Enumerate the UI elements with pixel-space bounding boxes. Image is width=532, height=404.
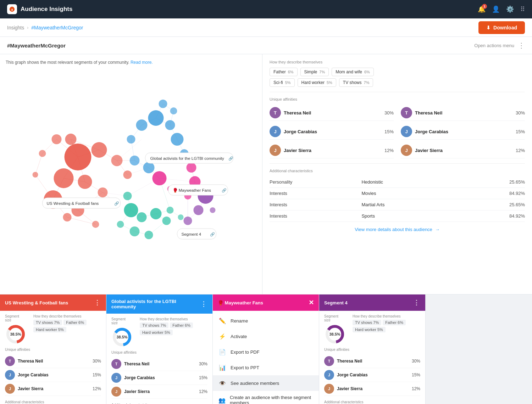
svg-point-64 xyxy=(98,187,108,197)
segment-size-label-l: Segment size xyxy=(111,317,133,325)
card-affinity-pct-jorge-l: 15% xyxy=(199,375,207,380)
tag-father-s4: Father 6% xyxy=(383,320,406,325)
card-affinities-s4: T Theresa Neil 30% J Jorge Carabias 15% … xyxy=(324,354,420,396)
segment-label-4[interactable]: Segment 4 🔗 xyxy=(177,229,216,239)
card-title-wrestling: US Wrestling & Football fans xyxy=(5,300,68,305)
tag-simple: Simple 7% xyxy=(300,68,329,76)
context-menu-export-ppt[interactable]: 📊 Export to PPT xyxy=(213,360,319,375)
context-menu-activate-label: Activate xyxy=(231,334,247,339)
affinity-javier-2: J Javier Sierra 12% xyxy=(401,142,525,158)
card-avatar-theresa-w: T xyxy=(5,356,15,366)
svg-point-94 xyxy=(145,231,153,239)
card-menu-segment4[interactable]: ⋮ xyxy=(413,299,420,307)
card-affinity-jorge-l: J Jorge Carabias 15% xyxy=(111,371,207,385)
svg-point-79 xyxy=(170,107,177,114)
svg-point-78 xyxy=(159,100,167,108)
svg-point-73 xyxy=(148,110,164,126)
card-meta-segment4: Segment size 38.5% How they describe the… xyxy=(324,314,420,345)
page-actions[interactable]: Open actions menu ⋮ xyxy=(474,41,525,50)
download-button[interactable]: ⬇ Download xyxy=(478,21,525,34)
profile-icon[interactable]: 👤 xyxy=(492,5,500,13)
notifications-icon[interactable]: 🔔 1 xyxy=(478,5,486,13)
card-tags-wrestling: TV shows 7% Father 6% Hard worker 5% xyxy=(33,320,101,332)
context-menu-rename-label: Rename xyxy=(231,318,248,324)
describe-col-s4: How they describe themselves TV shows 7%… xyxy=(353,314,420,345)
context-menu-activate[interactable]: ⚡ Activate xyxy=(213,329,319,344)
svg-point-77 xyxy=(127,135,135,144)
segment-size-col-l: Segment size 38.5% xyxy=(111,317,133,348)
card-affinity-theresa-l: T Theresa Neil 30% xyxy=(111,357,207,371)
context-menu-rename[interactable]: ✏️ Rename xyxy=(213,313,319,329)
card-affinity-jorge-w: J Jorge Carabias 15% xyxy=(5,368,101,382)
more-options-icon[interactable]: ⋮ xyxy=(518,41,525,50)
segment-label-mayweather[interactable]: 🥊 Mayweather Fans 🔗 xyxy=(168,185,228,195)
card-affinity-javier-w: J Javier Sierra 12% xyxy=(5,382,101,396)
svg-point-68 xyxy=(39,150,46,157)
card-title-lgtbi: Global activists for the LGTBI community xyxy=(111,299,200,309)
card-affinity-pct-javier-l: 12% xyxy=(199,389,207,394)
context-menu-export-pdf[interactable]: 📄 Export to PDF xyxy=(213,344,319,360)
context-menu-export-pdf-label: Export to PDF xyxy=(231,349,260,355)
avatar-theresa-2: T xyxy=(401,107,412,118)
tag-tv-shows-s4: TV shows 7% xyxy=(353,320,381,325)
app-logo[interactable]: a xyxy=(7,4,17,14)
card-affinity-theresa-s4: T Theresa Neil 30% xyxy=(324,354,420,368)
unique-affinities-label: Unique affinities xyxy=(270,97,525,101)
card-affinity-pct-theresa-l: 30% xyxy=(199,361,207,366)
context-menu-create-audience[interactable]: 👥 Create an audience with these segment … xyxy=(213,391,319,404)
tag-scifi: Sci-fi 5% xyxy=(270,78,295,87)
avatar-javier-2: J xyxy=(401,145,412,156)
arrow-right-icon: → xyxy=(435,227,440,232)
open-actions-label: Open actions menu xyxy=(474,43,514,48)
context-menu-close[interactable]: ✕ xyxy=(309,299,314,307)
svg-point-61 xyxy=(65,134,77,145)
grid-icon[interactable]: ⠿ xyxy=(520,5,525,13)
char-sports: Interests Sports 84.92% xyxy=(270,211,525,222)
settings-icon[interactable]: ⚙️ xyxy=(506,5,514,13)
tag-tv-shows: TV shows 7% xyxy=(339,78,373,87)
tag-hard-worker-l: Hard worker 5% xyxy=(140,330,173,335)
description-tags: Father 6% Simple 7% Mom and wife 6% xyxy=(270,68,525,76)
svg-point-90 xyxy=(150,208,162,219)
card-affinities-wrestling: T Theresa Neil 30% J Jorge Carabias 15% … xyxy=(5,354,101,396)
context-menu-see-members[interactable]: 👁️ See audience members xyxy=(213,375,319,391)
card-avatar-theresa-s4: T xyxy=(324,356,334,366)
svg-point-81 xyxy=(143,162,155,173)
read-more-link[interactable]: Read more. xyxy=(131,60,153,65)
affinity-jorge-2: J Jorge Carabias 15% xyxy=(401,124,525,140)
card-affinity-name-javier-w: Javier Sierra xyxy=(18,386,90,391)
page-header: #MayweatherMcGregor Open actions menu ⋮ xyxy=(0,37,532,54)
card-menu-wrestling[interactable]: ⋮ xyxy=(94,299,101,307)
notification-badge: 1 xyxy=(482,4,487,9)
view-more-link[interactable]: View more details about this audience → xyxy=(270,222,525,234)
tag-father-w: Father 6% xyxy=(63,320,87,325)
donut-label-wrestling: 38.5% xyxy=(10,332,21,336)
describe-label-lgtbi: How they describe themselves xyxy=(140,317,207,321)
svg-point-91 xyxy=(162,217,171,225)
card-affinity-name-theresa-w: Theresa Neil xyxy=(18,359,90,364)
svg-point-69 xyxy=(33,172,38,178)
char-pct-4: 84.92% xyxy=(467,211,525,222)
card-meta-wrestling: Segment size 38.5% How they describe the… xyxy=(5,314,101,345)
breadcrumb-insights[interactable]: Insights xyxy=(7,25,24,30)
breadcrumb-separator: › xyxy=(27,25,28,30)
card-affinity-pct-theresa-s4: 30% xyxy=(412,359,420,364)
char-key-4: Interests xyxy=(270,211,354,222)
describe-label-s4: How they describe themselves xyxy=(353,314,420,318)
affinity-pct-javier-2: 12% xyxy=(516,148,525,153)
top-navigation: a Audience Insights 🔔 1 👤 ⚙️ ⠿ xyxy=(0,0,532,18)
breadcrumb-current[interactable]: #MayweatherMcGregor xyxy=(31,25,83,30)
svg-text:🔗: 🔗 xyxy=(114,201,119,206)
affinity-name-javier-2: Javier Sierra xyxy=(415,148,513,153)
card-menu-lgtbi[interactable]: ⋮ xyxy=(200,300,207,308)
svg-point-89 xyxy=(137,212,147,222)
card-avatar-theresa-l: T xyxy=(111,359,121,369)
segment-label-lgtbi[interactable]: Global activists for the LGTBI community… xyxy=(145,153,233,163)
char-martial: Interests Martial Arts 25.65% xyxy=(270,199,525,211)
activate-icon: ⚡ xyxy=(218,332,226,340)
export-pdf-icon: 📄 xyxy=(218,348,226,356)
segment-label-wrestling[interactable]: US Wrestling & Football fans 🔗 xyxy=(43,198,121,208)
card-avatar-jorge-w: J xyxy=(5,370,15,380)
svg-point-72 xyxy=(92,221,99,228)
tag-mom-wife: Mom and wife 6% xyxy=(332,68,374,76)
